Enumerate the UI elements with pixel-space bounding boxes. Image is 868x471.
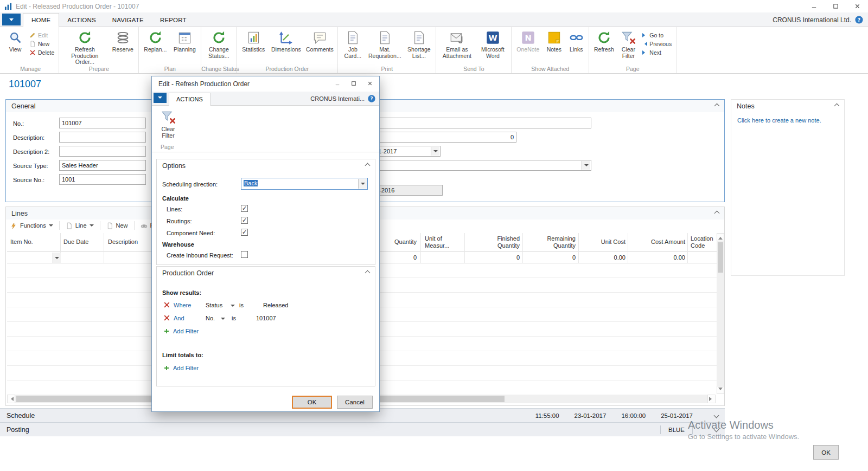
cell-finished-quantity[interactable]: 0 [475,254,520,261]
col-unit-of-measure[interactable]: Unit of Measur... [425,235,456,249]
due-date-dropdown[interactable] [431,147,439,156]
dimensions-button[interactable]: Dimensions [269,28,303,65]
remove-filter-icon[interactable] [163,301,170,308]
onenote-button[interactable]: OneNote [513,28,542,65]
remove-filter-icon[interactable] [163,314,170,321]
calc-routings-checkbox[interactable]: ✓ [241,217,248,224]
links-button[interactable]: Links [565,28,587,65]
new-line-button[interactable]: New [116,222,128,229]
scroll-down-button[interactable] [717,386,724,394]
job-card-button[interactable]: Job Card... [340,28,366,65]
dialog-minimize-button[interactable] [329,76,346,91]
notes-panel-header[interactable]: Notes [731,100,844,112]
expand-icon[interactable] [714,413,719,418]
email-as-attachment-button[interactable]: Email as Attachment [438,28,476,65]
col-location-code[interactable]: Location Code [691,235,719,249]
filter-conjunction[interactable]: Where [174,302,191,308]
dialog-production-order-header[interactable]: Production Order [157,267,375,279]
collapse-icon[interactable] [714,211,720,216]
help-icon[interactable] [367,94,376,103]
shortage-list-button[interactable]: Shortage List... [404,28,434,65]
dialog-tab-actions[interactable]: ACTIONS [169,93,210,106]
minimize-button[interactable] [803,0,825,12]
maximize-button[interactable] [825,0,846,12]
dialog-clear-filter-button[interactable]: Clear Filter [155,108,181,139]
statistics-button[interactable]: Statistics [238,28,269,65]
assigned-user-dropdown[interactable] [582,161,590,170]
help-icon[interactable] [854,15,864,24]
clear-filter-button[interactable]: Clear Filter [617,28,640,65]
filter-value[interactable]: 101007 [256,315,276,321]
dropdown-icon[interactable] [221,318,225,320]
scheduling-direction-dropdown[interactable] [358,179,367,189]
source-type-field[interactable]: Sales Header [59,160,146,171]
replan-button[interactable]: Replan... [141,28,170,65]
change-status-button[interactable]: Change Status... [203,28,234,65]
calc-component-need-checkbox[interactable]: ✓ [241,229,248,236]
tab-actions[interactable]: ACTIONS [59,14,104,27]
add-totals-filter-link[interactable]: Add Filter [173,365,199,371]
scroll-left-button[interactable] [7,395,15,403]
go-to-button[interactable]: Go to [640,31,674,40]
new-button[interactable]: New [27,40,57,48]
comments-button[interactable]: Comments [303,28,336,65]
cell-remaining-quantity[interactable]: 0 [531,254,576,261]
filter-field[interactable]: No. [206,315,215,321]
col-finished-quantity[interactable]: Finished Quantity [475,235,520,249]
vertical-scrollbar[interactable] [717,233,724,394]
tab-home[interactable]: HOME [23,13,59,27]
dialog-ok-button[interactable]: OK [292,396,332,409]
scroll-up-button[interactable] [717,233,724,241]
col-item-no[interactable]: Item No. [10,238,58,246]
refresh-page-button[interactable]: Refresh [591,28,617,65]
filter-value[interactable]: Released [263,302,288,308]
edit-button[interactable]: Edit [27,31,57,40]
delete-button[interactable]: Delete [27,48,57,57]
options-header[interactable]: Options [157,159,375,172]
previous-button[interactable]: Previous [640,40,674,48]
create-inbound-request-checkbox[interactable] [241,251,248,258]
col-remaining-quantity[interactable]: Remaining Quantity [531,235,576,249]
col-due-date[interactable]: Due Date [63,238,97,246]
source-no-field[interactable]: 1001 [59,174,146,185]
item-no-dropdown[interactable] [53,253,61,263]
col-cost-amount[interactable]: Cost Amount [641,238,685,246]
notes-button[interactable]: Notes [542,28,565,65]
posting-fasttab-collapsed[interactable]: Posting BLUE [0,422,725,436]
cell-unit-cost[interactable]: 0.00 [592,254,626,261]
add-filter-link[interactable]: Add Filter [173,328,199,334]
collapse-icon[interactable] [714,104,720,109]
close-button[interactable] [846,0,868,12]
line-menu[interactable]: Line [75,222,87,229]
col-unit-cost[interactable]: Unit Cost [592,238,626,246]
no-field[interactable]: 101007 [59,118,146,128]
tab-navigate[interactable]: NAVIGATE [104,14,152,27]
refresh-production-order-button[interactable]: Refresh Production Order... [61,28,108,65]
reserve-button[interactable]: Reserve [108,28,137,65]
collapse-icon[interactable] [365,270,371,276]
functions-menu[interactable]: Functions [20,222,46,229]
description2-field[interactable] [59,146,146,157]
next-button[interactable]: Next [640,48,674,57]
create-note-link[interactable]: Click here to create a new note. [737,117,821,124]
planning-button[interactable]: Planning [170,28,199,65]
dropdown-icon[interactable] [231,305,235,307]
tab-report[interactable]: REPORT [152,14,195,27]
filter-field[interactable]: Status [206,302,222,308]
scheduling-direction-combobox[interactable]: Back [241,178,368,190]
dialog-application-menu-button[interactable] [154,93,167,103]
mat-requisition-button[interactable]: Mat. Requisition... [366,28,404,65]
col-quantity[interactable]: Quantity [379,238,417,246]
dialog-close-button[interactable] [362,76,378,91]
application-menu-button[interactable] [2,14,21,25]
window-ok-button[interactable]: OK [813,445,839,460]
scroll-right-button[interactable] [707,395,716,403]
cell-quantity[interactable]: 0 [379,254,417,261]
microsoft-word-button[interactable]: Microsoft Word [476,28,509,65]
calc-lines-checkbox[interactable]: ✓ [241,205,248,212]
collapse-icon[interactable] [834,104,840,109]
filter-conjunction[interactable]: And [174,315,184,321]
view-button[interactable]: View [4,28,27,65]
collapse-icon[interactable] [365,163,371,169]
description-field[interactable] [59,132,146,143]
